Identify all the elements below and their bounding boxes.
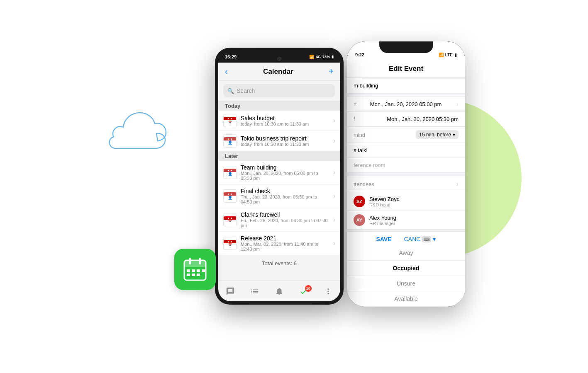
app-header: ‹ Calendar + xyxy=(218,63,340,81)
tab-tasks[interactable]: 10 xyxy=(299,287,308,296)
attendee-steven[interactable]: SZ Steven Zoyd R&D head xyxy=(347,192,465,211)
event-info-4: Clark's farewell Fri., Feb. 28, 2020, fr… xyxy=(241,211,329,228)
attendee-avatar-1: AY xyxy=(354,214,365,226)
event-icon-2: 👤 xyxy=(223,166,237,179)
status-time: 16:29 xyxy=(225,54,237,59)
phone-back: 9:22 📶 LTE ▮ Edit Event m building rt xyxy=(347,41,465,307)
calendar-app-badge xyxy=(174,249,216,290)
tab-bar: 10 xyxy=(218,281,340,301)
chevron-icon-5: › xyxy=(333,240,335,247)
keyboard-icon: ⌨ xyxy=(422,236,431,242)
status-available[interactable]: Available xyxy=(347,291,465,300)
event-icon-5: 📅 xyxy=(223,237,237,250)
edit-event-header: Edit Event xyxy=(347,60,465,78)
search-input-box[interactable]: 🔍 Search xyxy=(223,84,335,97)
screen-title: Calendar xyxy=(228,68,329,76)
start-label: rt xyxy=(354,102,356,107)
attendees-label: ttendees xyxy=(354,181,374,187)
calendar-screen: ‹ Calendar + 🔍 Search Today xyxy=(218,63,340,281)
total-events-label: Total events: 6 xyxy=(218,255,340,271)
search-bar[interactable]: 🔍 Search xyxy=(218,81,340,101)
save-cancel-row: SAVE CANC ⌨ ▾ xyxy=(347,231,465,247)
reminder-row[interactable]: mind 15 min. before ▾ xyxy=(347,127,465,143)
svg-rect-4 xyxy=(187,269,190,272)
chevron-icon-3: › xyxy=(333,192,335,200)
status-icons: 📶 4G 78% ▮ xyxy=(309,55,334,59)
svg-rect-9 xyxy=(192,274,195,276)
attendees-section[interactable]: ttendees › xyxy=(347,176,465,192)
event-sales-budget[interactable]: 📅 Sales budget today, from 10:30 am to 1… xyxy=(218,111,340,131)
chevron-icon-0: › xyxy=(333,117,335,124)
event-name-field[interactable]: m building xyxy=(347,78,465,94)
event-info-5: Release 2021 Mon., Mar. 02, 2020, from 1… xyxy=(241,235,329,252)
start-value: Mon., Jan. 20, 2020 05:00 pm xyxy=(370,101,442,107)
search-icon: 🔍 xyxy=(227,88,234,94)
svg-rect-7 xyxy=(202,269,205,272)
svg-rect-1 xyxy=(184,260,206,267)
event-icon-0: 📅 xyxy=(223,114,237,127)
event-info-1: Tokio business trip repoirt today, from … xyxy=(241,135,329,147)
tab-list[interactable] xyxy=(250,287,259,296)
attendee-alex[interactable]: AY Alex Young HR manager xyxy=(347,211,465,230)
edit-event-screen: m building rt Mon., Jan. 20, 2020 05:00 … xyxy=(347,78,465,300)
event-info-3: Final check Thu., Jan. 23, 2020, from 03… xyxy=(241,188,329,204)
end-date-field[interactable]: f Mon., Jan. 20, 2020 05:30 pm xyxy=(347,112,465,127)
back-status-time: 9:22 xyxy=(355,52,364,57)
phone-front: 16:29 📶 4G 78% ▮ ‹ Calendar + 🔍 Search xyxy=(215,48,344,305)
save-button[interactable]: SAVE xyxy=(376,236,392,242)
svg-rect-8 xyxy=(187,274,190,276)
tab-notifications[interactable] xyxy=(275,287,284,296)
search-placeholder: Search xyxy=(237,87,255,94)
event-icon-4: 📅 xyxy=(223,213,237,226)
start-date-field[interactable]: rt Mon., Jan. 20, 2020 05:00 pm › xyxy=(347,97,465,112)
event-name-value: m building xyxy=(354,82,378,89)
event-tokio[interactable]: 👤 Tokio business trip repoirt today, fro… xyxy=(218,131,340,151)
svg-rect-6 xyxy=(197,269,200,272)
reminder-select[interactable]: 15 min. before ▾ xyxy=(416,130,459,139)
attendee-info-1: Alex Young HR manager xyxy=(369,215,396,226)
attendee-info-0: Steven Zoyd R&D head xyxy=(369,196,400,207)
edit-event-title: Edit Event xyxy=(389,65,423,73)
status-occupied[interactable]: Occupied xyxy=(347,261,465,276)
front-camera xyxy=(277,57,281,61)
chevron-icon-2: › xyxy=(333,169,335,176)
section-later: Later xyxy=(218,151,340,161)
svg-rect-10 xyxy=(197,274,200,276)
status-away[interactable]: Away xyxy=(347,245,465,261)
tab-chat[interactable] xyxy=(226,287,235,296)
reminder-label: mind xyxy=(354,132,365,138)
chevron-icon-4: › xyxy=(333,216,335,223)
event-release-2021[interactable]: 📅 Release 2021 Mon., Mar. 02, 2020, from… xyxy=(218,232,340,255)
reminder-value: 15 min. before xyxy=(419,132,451,138)
location-field[interactable]: ference room xyxy=(347,158,465,173)
event-final-check[interactable]: 👤 Final check Thu., Jan. 23, 2020, from … xyxy=(218,184,340,208)
status-unsure[interactable]: Unsure xyxy=(347,276,465,291)
event-info-2: Team building Mon., Jan. 20, 2020, from … xyxy=(241,164,329,181)
event-clarks-farewell[interactable]: 📅 Clark's farewell Fri., Feb. 28, 2020, … xyxy=(218,208,340,232)
add-event-button[interactable]: + xyxy=(329,67,334,76)
back-button[interactable]: ‹ xyxy=(225,67,228,76)
task-badge: 10 xyxy=(305,285,312,292)
event-info-0: Sales budget today, from 10:30 am to 11:… xyxy=(241,115,329,126)
cancel-button[interactable]: CANC ⌨ ▾ xyxy=(404,236,436,242)
svg-rect-5 xyxy=(192,269,195,272)
status-picker: Away Occupied Unsure Available xyxy=(347,245,465,300)
end-label: f xyxy=(354,116,355,122)
tab-more[interactable] xyxy=(324,287,333,296)
iphone-notch xyxy=(379,41,433,53)
event-icon-3: 👤 xyxy=(223,189,237,203)
cloud-decoration xyxy=(91,108,174,157)
event-team-building[interactable]: 👤 Team building Mon., Jan. 20, 2020, fro… xyxy=(218,161,340,184)
chevron-icon-1: › xyxy=(333,137,335,145)
section-today: Today xyxy=(218,101,340,111)
end-value: Mon., Jan. 20, 2020 05:30 pm xyxy=(387,116,459,122)
attendee-avatar-0: SZ xyxy=(354,196,365,207)
event-icon-1: 👤 xyxy=(223,134,237,148)
notes-field[interactable]: s talk! xyxy=(347,143,465,158)
